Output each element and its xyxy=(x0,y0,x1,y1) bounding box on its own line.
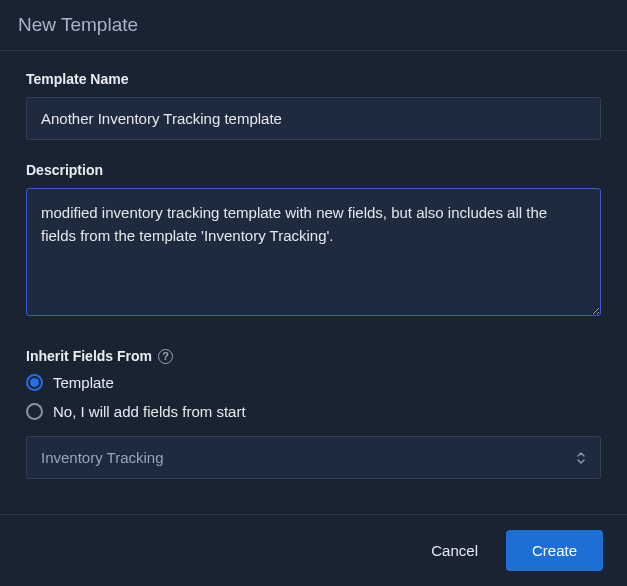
template-name-field: Template Name xyxy=(26,71,601,140)
inherit-field: Inherit Fields From ? Template No, I wil… xyxy=(26,348,601,479)
radio-dot-icon xyxy=(30,378,39,387)
template-name-input[interactable] xyxy=(26,97,601,140)
cancel-button[interactable]: Cancel xyxy=(425,530,484,571)
inherit-source-value: Inventory Tracking xyxy=(41,449,164,466)
new-template-dialog: New Template Template Name Description m… xyxy=(0,0,627,586)
dialog-footer: Cancel Create xyxy=(0,514,627,586)
dialog-body: Template Name Description modified inven… xyxy=(0,51,627,514)
help-icon[interactable]: ? xyxy=(158,349,173,364)
radio-checked-icon xyxy=(26,374,43,391)
template-name-label: Template Name xyxy=(26,71,601,87)
create-button[interactable]: Create xyxy=(506,530,603,571)
description-field: Description modified inventory tracking … xyxy=(26,162,601,320)
radio-unchecked-icon xyxy=(26,403,43,420)
description-input[interactable]: modified inventory tracking template wit… xyxy=(26,188,601,316)
inherit-label: Inherit Fields From ? xyxy=(26,348,601,364)
radio-template-label: Template xyxy=(53,374,114,391)
radio-none[interactable]: No, I will add fields from start xyxy=(26,403,601,420)
inherit-source-select[interactable]: Inventory Tracking xyxy=(26,436,601,479)
radio-template[interactable]: Template xyxy=(26,374,601,391)
dialog-header: New Template xyxy=(0,0,627,51)
description-label: Description xyxy=(26,162,601,178)
dialog-title: New Template xyxy=(18,14,609,36)
chevron-updown-icon xyxy=(576,451,586,465)
radio-none-label: No, I will add fields from start xyxy=(53,403,246,420)
inherit-label-text: Inherit Fields From xyxy=(26,348,152,364)
inherit-radiogroup: Template No, I will add fields from star… xyxy=(26,374,601,420)
